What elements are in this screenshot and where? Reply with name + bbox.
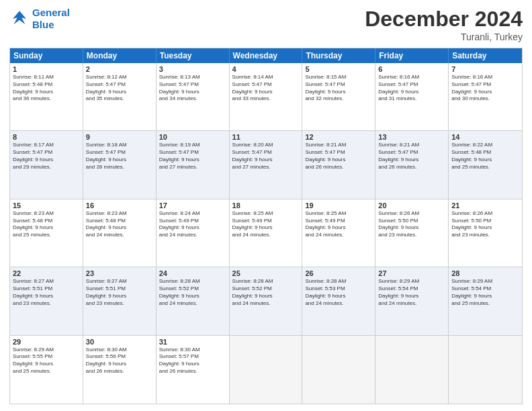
page: General Blue December 2024 Turanli, Turk… xyxy=(0,0,532,411)
cal-cell: 17Sunrise: 8:24 AMSunset: 5:49 PMDayligh… xyxy=(157,199,230,267)
cal-cell xyxy=(302,336,375,404)
day-number: 8 xyxy=(13,133,80,141)
month-title: December 2024 xyxy=(365,7,523,32)
cell-info: Sunrise: 8:28 AMSunset: 5:52 PMDaylight:… xyxy=(159,278,226,307)
header-sunday: Sunday xyxy=(10,48,83,63)
day-number: 30 xyxy=(86,338,153,346)
calendar-header: Sunday Monday Tuesday Wednesday Thursday… xyxy=(10,48,522,63)
day-number: 11 xyxy=(232,133,300,141)
cell-info: Sunrise: 8:17 AMSunset: 5:47 PMDaylight:… xyxy=(13,142,80,171)
header-wednesday: Wednesday xyxy=(230,48,303,63)
svg-marker-0 xyxy=(13,11,26,24)
cal-cell: 2Sunrise: 8:12 AMSunset: 5:47 PMDaylight… xyxy=(83,63,157,130)
header: General Blue December 2024 Turanli, Turk… xyxy=(9,7,523,42)
calendar-row-2: 8Sunrise: 8:17 AMSunset: 5:47 PMDaylight… xyxy=(10,131,522,199)
cell-info: Sunrise: 8:24 AMSunset: 5:49 PMDaylight:… xyxy=(159,210,226,239)
day-number: 9 xyxy=(86,133,153,141)
cal-cell: 12Sunrise: 8:21 AMSunset: 5:47 PMDayligh… xyxy=(302,131,375,198)
cell-info: Sunrise: 8:26 AMSunset: 5:50 PMDaylight:… xyxy=(378,210,445,239)
calendar: Sunday Monday Tuesday Wednesday Thursday… xyxy=(9,48,523,404)
cal-cell: 16Sunrise: 8:23 AMSunset: 5:48 PMDayligh… xyxy=(83,199,157,267)
day-number: 28 xyxy=(451,269,519,277)
cal-cell: 18Sunrise: 8:25 AMSunset: 5:49 PMDayligh… xyxy=(230,199,303,267)
cell-info: Sunrise: 8:16 AMSunset: 5:47 PMDaylight:… xyxy=(451,74,519,103)
cell-info: Sunrise: 8:25 AMSunset: 5:49 PMDaylight:… xyxy=(232,210,300,239)
day-number: 25 xyxy=(232,269,300,277)
day-number: 6 xyxy=(378,65,445,73)
cal-cell: 4Sunrise: 8:14 AMSunset: 5:47 PMDaylight… xyxy=(230,63,303,130)
cell-info: Sunrise: 8:27 AMSunset: 5:51 PMDaylight:… xyxy=(86,278,153,307)
header-tuesday: Tuesday xyxy=(157,48,230,63)
header-friday: Friday xyxy=(375,48,449,63)
cell-info: Sunrise: 8:29 AMSunset: 5:54 PMDaylight:… xyxy=(378,278,445,307)
cell-info: Sunrise: 8:19 AMSunset: 5:47 PMDaylight:… xyxy=(159,142,226,171)
cal-cell: 30Sunrise: 8:30 AMSunset: 5:56 PMDayligh… xyxy=(83,336,157,404)
logo: General Blue xyxy=(9,7,70,31)
cell-info: Sunrise: 8:27 AMSunset: 5:51 PMDaylight:… xyxy=(13,278,80,307)
cal-cell: 13Sunrise: 8:21 AMSunset: 5:47 PMDayligh… xyxy=(375,131,449,198)
cal-cell xyxy=(230,336,303,404)
cell-info: Sunrise: 8:29 AMSunset: 5:54 PMDaylight:… xyxy=(451,278,519,307)
cal-cell: 15Sunrise: 8:23 AMSunset: 5:48 PMDayligh… xyxy=(10,199,83,267)
cell-info: Sunrise: 8:30 AMSunset: 5:56 PMDaylight:… xyxy=(86,347,153,375)
cal-cell: 20Sunrise: 8:26 AMSunset: 5:50 PMDayligh… xyxy=(375,199,449,267)
cell-info: Sunrise: 8:25 AMSunset: 5:49 PMDaylight:… xyxy=(305,210,372,239)
cell-info: Sunrise: 8:15 AMSunset: 5:47 PMDaylight:… xyxy=(305,74,372,103)
title-block: December 2024 Turanli, Turkey xyxy=(365,7,523,42)
cal-cell: 11Sunrise: 8:20 AMSunset: 5:47 PMDayligh… xyxy=(230,131,303,198)
day-number: 16 xyxy=(86,201,153,210)
cal-cell: 5Sunrise: 8:15 AMSunset: 5:47 PMDaylight… xyxy=(302,63,375,130)
cell-info: Sunrise: 8:13 AMSunset: 5:47 PMDaylight:… xyxy=(159,74,226,103)
day-number: 19 xyxy=(305,201,372,210)
day-number: 5 xyxy=(305,65,372,73)
cell-info: Sunrise: 8:16 AMSunset: 5:47 PMDaylight:… xyxy=(378,74,445,103)
cell-info: Sunrise: 8:22 AMSunset: 5:48 PMDaylight:… xyxy=(451,142,519,171)
cell-info: Sunrise: 8:11 AMSunset: 5:48 PMDaylight:… xyxy=(13,74,80,103)
cal-cell xyxy=(449,336,522,404)
cal-cell: 9Sunrise: 8:18 AMSunset: 5:47 PMDaylight… xyxy=(83,131,157,198)
day-number: 31 xyxy=(159,338,226,346)
cal-cell: 29Sunrise: 8:29 AMSunset: 5:55 PMDayligh… xyxy=(10,336,83,404)
day-number: 27 xyxy=(378,269,445,277)
cell-info: Sunrise: 8:28 AMSunset: 5:53 PMDaylight:… xyxy=(305,278,372,307)
logo-bird-icon xyxy=(9,9,30,29)
day-number: 14 xyxy=(451,133,519,141)
cal-cell: 23Sunrise: 8:27 AMSunset: 5:51 PMDayligh… xyxy=(83,267,157,334)
cell-info: Sunrise: 8:28 AMSunset: 5:52 PMDaylight:… xyxy=(232,278,300,307)
cal-cell: 28Sunrise: 8:29 AMSunset: 5:54 PMDayligh… xyxy=(449,267,522,334)
header-monday: Monday xyxy=(83,48,157,63)
cell-info: Sunrise: 8:26 AMSunset: 5:50 PMDaylight:… xyxy=(451,210,519,239)
cell-info: Sunrise: 8:21 AMSunset: 5:47 PMDaylight:… xyxy=(305,142,372,171)
cal-cell: 6Sunrise: 8:16 AMSunset: 5:47 PMDaylight… xyxy=(375,63,449,130)
cal-cell: 19Sunrise: 8:25 AMSunset: 5:49 PMDayligh… xyxy=(302,199,375,267)
cal-cell: 21Sunrise: 8:26 AMSunset: 5:50 PMDayligh… xyxy=(449,199,522,267)
cal-cell: 3Sunrise: 8:13 AMSunset: 5:47 PMDaylight… xyxy=(157,63,230,130)
cell-info: Sunrise: 8:30 AMSunset: 5:57 PMDaylight:… xyxy=(159,347,226,375)
cell-info: Sunrise: 8:23 AMSunset: 5:48 PMDaylight:… xyxy=(13,210,80,239)
cal-cell: 10Sunrise: 8:19 AMSunset: 5:47 PMDayligh… xyxy=(157,131,230,198)
day-number: 29 xyxy=(13,338,80,346)
day-number: 20 xyxy=(378,201,445,210)
day-number: 7 xyxy=(451,65,519,73)
calendar-row-4: 22Sunrise: 8:27 AMSunset: 5:51 PMDayligh… xyxy=(10,267,522,335)
day-number: 22 xyxy=(13,269,80,277)
cell-info: Sunrise: 8:21 AMSunset: 5:47 PMDaylight:… xyxy=(378,142,445,171)
cal-cell: 26Sunrise: 8:28 AMSunset: 5:53 PMDayligh… xyxy=(302,267,375,334)
cal-cell: 24Sunrise: 8:28 AMSunset: 5:52 PMDayligh… xyxy=(157,267,230,334)
day-number: 24 xyxy=(159,269,226,277)
cal-cell: 27Sunrise: 8:29 AMSunset: 5:54 PMDayligh… xyxy=(375,267,449,334)
header-thursday: Thursday xyxy=(302,48,375,63)
cell-info: Sunrise: 8:20 AMSunset: 5:47 PMDaylight:… xyxy=(232,142,300,171)
cell-info: Sunrise: 8:14 AMSunset: 5:47 PMDaylight:… xyxy=(232,74,300,103)
calendar-row-5: 29Sunrise: 8:29 AMSunset: 5:55 PMDayligh… xyxy=(10,336,522,404)
calendar-row-3: 15Sunrise: 8:23 AMSunset: 5:48 PMDayligh… xyxy=(10,199,522,267)
cell-info: Sunrise: 8:18 AMSunset: 5:47 PMDaylight:… xyxy=(86,142,153,171)
header-saturday: Saturday xyxy=(449,48,522,63)
day-number: 26 xyxy=(305,269,372,277)
day-number: 12 xyxy=(305,133,372,141)
day-number: 2 xyxy=(86,65,153,73)
location: Turanli, Turkey xyxy=(365,32,523,42)
day-number: 1 xyxy=(13,65,80,73)
cal-cell: 25Sunrise: 8:28 AMSunset: 5:52 PMDayligh… xyxy=(230,267,303,334)
day-number: 17 xyxy=(159,201,226,210)
